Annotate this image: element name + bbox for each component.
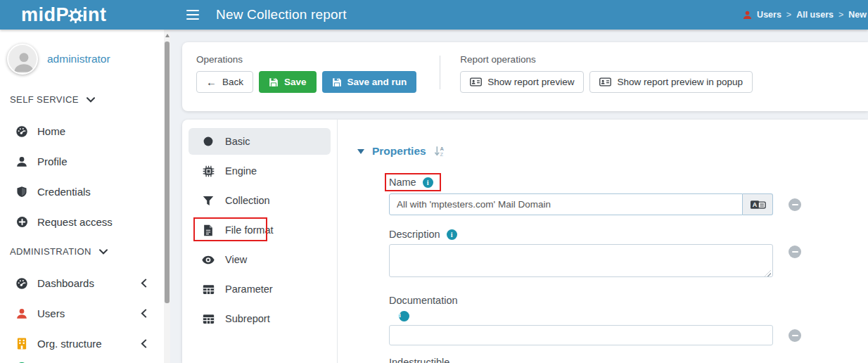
tab-parameter[interactable]: Parameter	[189, 276, 331, 302]
caret-down-icon[interactable]	[357, 149, 364, 154]
name-field-label: Name	[389, 177, 416, 188]
save-and-run-button-label: Save and run	[347, 77, 407, 87]
name-field-block: Name i A	[389, 173, 801, 215]
tab-label: Engine	[225, 165, 257, 177]
back-button-label: Back	[222, 77, 243, 87]
save-button[interactable]: Save	[259, 71, 317, 93]
info-icon[interactable]: i	[399, 311, 409, 321]
sidebar-item-home[interactable]: Home	[0, 116, 164, 146]
sidebar-item-request-access[interactable]: Request access	[0, 207, 164, 237]
breadcrumb-separator: >	[838, 10, 843, 20]
main-content: Operations ← Back Save	[170, 30, 868, 363]
table-icon	[202, 314, 215, 324]
tab-collection[interactable]: Collection	[189, 187, 331, 214]
eye-icon	[202, 255, 215, 265]
sidebar-item-users[interactable]: Users	[0, 298, 164, 329]
sidebar-item-dashboards[interactable]: Dashboards	[0, 268, 164, 298]
sidebar-item-label: Profile	[37, 155, 68, 167]
svg-text:Z: Z	[440, 151, 443, 157]
sidebar-item-profile[interactable]: Profile	[0, 146, 164, 177]
remove-value-button[interactable]	[789, 246, 801, 258]
show-report-preview-label: Show report preview	[487, 77, 574, 87]
tab-view[interactable]: View	[189, 246, 331, 273]
chevron-down-icon	[99, 249, 108, 255]
description-field-label: Description i	[389, 229, 457, 240]
username-label: administrator	[47, 53, 110, 65]
sidebar-item-credentials[interactable]: Credentials	[0, 177, 164, 207]
logo-text-left: midP	[21, 4, 69, 26]
breadcrumb-separator: >	[786, 10, 791, 20]
form-panel: Properties AZ Name i	[338, 120, 868, 363]
documentation-input[interactable]	[389, 325, 773, 345]
user-icon	[15, 308, 29, 319]
scrollbar-thumb[interactable]	[165, 42, 170, 303]
save-button-label: Save	[284, 77, 307, 87]
documentation-field-label: Documentation	[389, 295, 458, 306]
name-input[interactable]	[389, 193, 743, 215]
tab-label: Subreport	[225, 313, 270, 324]
back-button[interactable]: ← Back	[196, 71, 253, 93]
tab-label: View	[225, 254, 247, 265]
page-title: New Collection report	[216, 7, 347, 23]
properties-section-header: Properties AZ	[357, 145, 868, 158]
user-panel[interactable]: administrator	[0, 30, 164, 75]
tab-file-format[interactable]: File format	[189, 217, 331, 243]
section-header-self-service[interactable]: SELF SERVICE	[10, 94, 164, 105]
svg-text:A: A	[752, 201, 757, 208]
angle-left-icon	[141, 279, 147, 288]
translate-icon[interactable]: A	[743, 193, 773, 215]
sidebar-item-label: Home	[37, 125, 65, 137]
breadcrumb-item-all-users[interactable]: All users	[796, 10, 834, 20]
address-card-icon	[599, 77, 611, 87]
avatar	[7, 44, 38, 75]
shield-icon	[15, 186, 29, 198]
top-bar: midP int New Collection report Users > A…	[0, 0, 868, 30]
user-icon	[15, 156, 29, 167]
sidebar-item-org-structure[interactable]: Org. structure	[0, 329, 164, 359]
description-label-text: Description	[389, 229, 440, 240]
operations-toolbar: Operations ← Back Save	[182, 42, 868, 111]
tab-label: Parameter	[225, 284, 273, 295]
tab-subreport[interactable]: Subreport	[189, 305, 331, 332]
building-icon	[15, 338, 29, 350]
sidebar-scrollbar[interactable]	[164, 30, 170, 363]
documentation-field-block: Documentation i	[389, 294, 801, 345]
description-textarea[interactable]	[389, 244, 773, 277]
tab-basic[interactable]: Basic	[189, 128, 331, 155]
sidebar-item-label: Users	[37, 307, 65, 319]
tab-label: Collection	[225, 195, 270, 206]
info-icon[interactable]: i	[447, 229, 457, 240]
properties-title: Properties	[372, 145, 426, 158]
info-icon[interactable]: i	[423, 177, 433, 188]
breadcrumb-user-icon	[743, 11, 752, 20]
show-report-preview-button[interactable]: Show report preview	[460, 71, 584, 93]
angle-left-icon	[141, 339, 147, 348]
report-operations-group: Report operations Show report preview Sh…	[460, 54, 753, 111]
toolbar-divider	[440, 56, 440, 89]
midpoint-logo[interactable]: midP int	[0, 4, 174, 26]
save-floppy-icon	[269, 77, 279, 87]
section-header-administration[interactable]: ADMINISTRATION	[10, 246, 164, 257]
section-label: SELF SERVICE	[10, 94, 79, 105]
sidebar-item-label: Request access	[37, 216, 113, 228]
breadcrumb-item-new[interactable]: New	[848, 10, 867, 20]
remove-value-button[interactable]	[789, 329, 801, 342]
show-report-preview-popup-button[interactable]: Show report preview in popup	[589, 71, 753, 93]
breadcrumb-item-users[interactable]: Users	[757, 10, 781, 20]
tachometer-icon	[15, 125, 29, 138]
sidebar-item-label: Org. structure	[37, 338, 102, 350]
tab-engine[interactable]: Engine	[189, 158, 331, 184]
tab-label: Basic	[225, 136, 250, 147]
remove-value-button[interactable]	[789, 198, 801, 211]
scrollbar-up-arrow[interactable]	[165, 34, 170, 37]
save-floppy-icon	[332, 77, 342, 87]
sidebar: administrator SELF SERVICE Home Profile	[0, 30, 164, 363]
chevron-down-icon	[87, 97, 95, 103]
sidebar-item-label: Credentials	[37, 186, 91, 198]
report-operations-label: Report operations	[460, 54, 753, 65]
tab-list: Basic Engine Collection	[182, 120, 338, 363]
sort-alpha-icon[interactable]: AZ	[434, 146, 445, 157]
microchip-icon	[202, 165, 215, 177]
hamburger-menu-icon[interactable]	[186, 10, 199, 20]
save-and-run-button[interactable]: Save and run	[322, 71, 417, 93]
